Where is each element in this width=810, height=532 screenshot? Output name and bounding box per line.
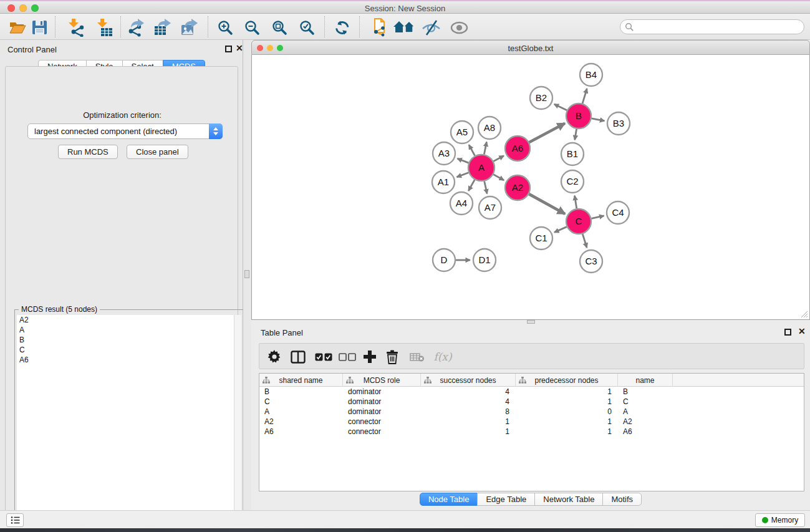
tab-network-table[interactable]: Network Table <box>534 493 603 506</box>
delete-table-icon[interactable] <box>409 349 425 365</box>
graph-edge[interactable] <box>493 175 504 180</box>
graph-edge[interactable] <box>575 196 577 209</box>
graph-edge[interactable] <box>529 194 565 214</box>
list-item[interactable]: A6 <box>17 355 234 365</box>
refresh-icon[interactable] <box>333 18 351 37</box>
table-cell[interactable]: 4 <box>421 387 516 397</box>
open-session-icon[interactable] <box>9 18 26 37</box>
table-cell[interactable]: 1 <box>516 427 618 437</box>
network-graph[interactable]: AA1A2A3A4A5A6A7A8BB1B2B3B4CC1C2C3C4DD1 <box>252 55 809 319</box>
table-cell[interactable]: A <box>259 407 343 417</box>
import-network-icon[interactable] <box>65 18 85 37</box>
graph-edge[interactable] <box>469 145 475 155</box>
graph-edge[interactable] <box>554 104 567 110</box>
float-panel-icon[interactable] <box>225 46 232 52</box>
table-cell[interactable]: B <box>618 387 673 397</box>
run-mcds-button[interactable]: Run MCDS <box>58 145 118 159</box>
table-cell[interactable]: A6 <box>259 427 343 437</box>
network-window-titlebar[interactable]: testGlobe.txt <box>251 40 810 55</box>
memory-button[interactable]: Memory <box>755 513 805 527</box>
resize-grip-icon[interactable] <box>801 311 808 318</box>
table-settings-gear-icon[interactable] <box>267 349 282 365</box>
zoom-selected-icon[interactable] <box>298 18 316 37</box>
search-input[interactable] <box>634 21 804 32</box>
table-cell[interactable]: dominator <box>343 407 421 417</box>
hide-panels-icon[interactable] <box>420 18 441 37</box>
table-cell[interactable]: 1 <box>516 417 618 427</box>
table-cell[interactable]: C <box>618 397 673 407</box>
graph-edge[interactable] <box>457 158 468 163</box>
list-item[interactable]: A2 <box>17 315 234 325</box>
table-cell[interactable]: C <box>259 397 343 407</box>
mcds-result-list[interactable]: A2ABCA6 <box>17 315 234 523</box>
criterion-select[interactable]: largest connected component (directed) <box>27 123 223 139</box>
toolbar-search[interactable] <box>620 19 804 34</box>
table-row[interactable]: Cdominator41C <box>259 397 804 407</box>
node-table[interactable]: shared nameMCDS rolesuccessor nodesprede… <box>259 373 804 491</box>
select-all-icon[interactable] <box>314 349 333 365</box>
float-panel-icon[interactable] <box>784 329 791 336</box>
list-item[interactable]: C <box>17 345 234 355</box>
column-header[interactable]: successor nodes <box>421 374 516 387</box>
table-cell[interactable]: 1 <box>516 397 618 407</box>
splitter-handle[interactable] <box>244 270 249 278</box>
zoom-out-icon[interactable] <box>243 18 261 37</box>
graph-edge[interactable] <box>575 129 577 140</box>
zoom-in-icon[interactable] <box>216 18 234 37</box>
graph-edge[interactable] <box>457 173 469 177</box>
graph-edge[interactable] <box>485 181 487 193</box>
tab-node-table[interactable]: Node Table <box>420 493 478 506</box>
delete-column-trash-icon[interactable] <box>385 349 399 365</box>
table-cell[interactable]: 1 <box>421 417 516 427</box>
graph-edge[interactable] <box>484 142 486 155</box>
column-browser-icon[interactable] <box>290 349 306 365</box>
table-cell[interactable]: A2 <box>259 417 343 427</box>
show-panels-icon[interactable] <box>449 18 469 37</box>
column-header[interactable]: name <box>618 374 673 387</box>
function-builder-icon[interactable]: f(x) <box>430 349 455 365</box>
table-cell[interactable]: 1 <box>421 427 516 437</box>
table-cell[interactable]: dominator <box>343 387 421 397</box>
table-cell[interactable]: 8 <box>421 407 516 417</box>
graph-edge[interactable] <box>582 89 587 104</box>
deselect-all-icon[interactable] <box>338 349 357 365</box>
import-table-icon[interactable] <box>94 18 113 37</box>
graph-edge[interactable] <box>529 123 565 142</box>
add-column-icon[interactable] <box>362 349 378 365</box>
column-header[interactable]: predecessor nodes <box>516 374 618 387</box>
graph-edge[interactable] <box>468 180 475 191</box>
column-header[interactable]: shared name <box>259 374 343 387</box>
network-canvas[interactable]: AA1A2A3A4A5A6A7A8BB1B2B3B4CC1C2C3C4DD1 <box>251 55 810 320</box>
save-session-icon[interactable] <box>31 18 47 37</box>
export-network-icon[interactable] <box>126 18 146 37</box>
table-cell[interactable]: A6 <box>618 427 673 437</box>
graph-edge[interactable] <box>554 227 567 233</box>
export-table-icon[interactable] <box>153 18 173 37</box>
table-cell[interactable]: A <box>618 407 673 417</box>
graph-edge[interactable] <box>591 216 604 218</box>
zoom-fit-icon[interactable] <box>271 18 288 37</box>
list-item[interactable]: B <box>17 335 234 345</box>
table-cell[interactable]: B <box>259 387 343 397</box>
table-cell[interactable]: connector <box>343 417 421 427</box>
home-view-icon[interactable] <box>393 18 415 37</box>
close-panel-icon[interactable]: ✕ <box>236 45 243 52</box>
tab-edge-table[interactable]: Edge Table <box>477 493 535 506</box>
table-cell[interactable]: connector <box>343 427 421 437</box>
column-header[interactable]: MCDS role <box>343 374 421 387</box>
graph-edge[interactable] <box>582 234 587 248</box>
new-session-icon[interactable] <box>369 18 388 37</box>
graph-edge[interactable] <box>592 118 605 121</box>
tab-motifs[interactable]: Motifs <box>602 493 642 506</box>
task-history-button[interactable] <box>6 513 24 527</box>
table-row[interactable]: A6connector11A6 <box>259 427 804 437</box>
table-row[interactable]: Adominator80A <box>259 407 804 417</box>
close-panel-icon[interactable]: ✕ <box>798 328 806 335</box>
table-row[interactable]: Bdominator41B <box>259 387 804 397</box>
table-cell[interactable]: dominator <box>343 397 421 407</box>
graph-edge[interactable] <box>493 156 504 162</box>
result-scrollbar[interactable] <box>234 315 241 523</box>
table-cell[interactable]: 0 <box>516 407 618 417</box>
close-panel-button[interactable]: Close panel <box>127 145 188 159</box>
table-cell[interactable]: A2 <box>618 417 673 427</box>
